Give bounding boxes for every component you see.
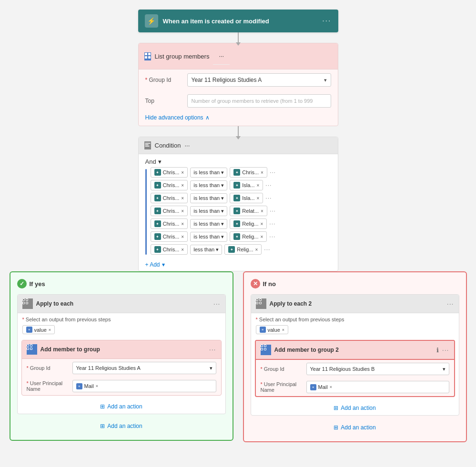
add-action-inside-yes[interactable]: ⊞ Add an action [18, 399, 225, 414]
list-group-header: List group members ··· [139, 43, 338, 70]
condition-row-more[interactable]: ··· [264, 246, 270, 253]
chip-close-right-icon[interactable]: × [257, 183, 260, 188]
add-member-group-input-no[interactable]: Year 11 Religious Studies B ▾ [306, 363, 449, 375]
apply-each-yes-header: Apply to each ··· [18, 295, 225, 313]
add-action-yes[interactable]: ⊞ Add an action [17, 419, 226, 433]
operator-select[interactable]: is less than ▾ [190, 193, 227, 203]
add-member-group-input-yes[interactable]: Year 11 Religious Studies A ▾ [72, 362, 216, 374]
condition-blue-line [145, 169, 147, 255]
condition-left-chip[interactable]: ✦ Chris... × [151, 231, 188, 242]
condition-title: Condition [155, 142, 181, 149]
chip-icon: ≡ [260, 327, 266, 333]
add-action-inside-no[interactable]: ⊞ Add an action [251, 401, 459, 415]
condition-row-more[interactable]: ··· [269, 233, 275, 240]
operator-select[interactable]: less than ▾ [190, 245, 222, 255]
condition-right-chip[interactable]: ✦ Relat... × [230, 206, 267, 216]
trigger-more-button[interactable]: ··· [322, 17, 331, 25]
add-member-user-input-no[interactable]: ≡ Mail × [306, 381, 449, 393]
chip-close-icon[interactable]: × [181, 196, 184, 201]
condition-left-chip[interactable]: ✦ Chris... × [151, 193, 188, 203]
condition-right-chip[interactable]: ✦ Isla... × [230, 193, 263, 203]
condition-row-more[interactable]: ··· [270, 169, 276, 176]
chip-close-mail[interactable]: × [96, 384, 98, 388]
add-member-user-input-yes[interactable]: ≡ Mail × [72, 380, 216, 392]
condition-row: ✦ Chris... × is less than ▾ ✦ Isla... × … [151, 193, 331, 203]
mail-chip-no[interactable]: ≡ Mail × [310, 384, 332, 390]
operator-select[interactable]: is less than ▾ [190, 232, 227, 242]
chip-close-icon[interactable]: × [181, 170, 184, 175]
condition-more-button[interactable]: ··· [184, 142, 190, 149]
condition-left-chip[interactable]: ✦ Chris... × [151, 244, 188, 255]
add-member-no-title: Add member to group 2 [274, 347, 433, 353]
condition-left-chip[interactable]: ✦ Chris... × [151, 219, 188, 229]
condition-row: ✦ Chris... × is less than ▾ ✦ Relig... ×… [151, 231, 331, 242]
add-action-no[interactable]: ⊞ Add an action [251, 420, 459, 435]
apply-each-yes-more[interactable]: ··· [213, 300, 221, 308]
add-member-user-row-no: * User Principal Name ≡ Mail × [256, 378, 454, 396]
chip-close-value-no[interactable]: × [282, 328, 284, 332]
condition-right-chip[interactable]: ✦ Relig... × [230, 231, 267, 242]
yes-check-icon: ✓ [17, 279, 27, 288]
chip-icon-right: ✦ [233, 169, 240, 176]
chip-close-right-icon[interactable]: × [260, 234, 263, 239]
select-output-label-no: * Select an output from previous steps [251, 313, 459, 323]
condition-row-more[interactable]: ··· [265, 182, 272, 189]
svg-rect-15 [259, 302, 261, 304]
hide-advanced-button[interactable]: Hide advanced options ∧ [139, 111, 338, 126]
chip-close-icon[interactable]: × [181, 221, 184, 227]
svg-rect-18 [261, 348, 263, 350]
add-member-yes-more[interactable]: ··· [209, 346, 216, 353]
operator-select[interactable]: is less than ▾ [190, 206, 227, 216]
operator-select[interactable]: is less than ▾ [190, 180, 227, 190]
chip-icon: ≡ [26, 327, 32, 333]
list-group-more-button[interactable]: ··· [213, 48, 230, 65]
condition-row-more[interactable]: ··· [269, 220, 275, 227]
operator-dropdown-icon: ▾ [221, 221, 224, 227]
svg-rect-13 [259, 299, 261, 301]
chip-close-right-icon[interactable]: × [255, 247, 258, 252]
apply-each-no-more[interactable]: ··· [447, 300, 454, 308]
condition-row-more[interactable]: ··· [265, 195, 272, 201]
if-no-label: If no [263, 280, 276, 288]
group-id-input[interactable]: Year 11 Religious Studies A ▾ [187, 73, 331, 87]
value-chip-no[interactable]: ≡ value × [256, 325, 289, 334]
add-condition-button[interactable]: + Add ▾ [139, 258, 338, 271]
top-input[interactable]: Number of group members to retrieve (fro… [187, 94, 331, 108]
conditions-list: ✦ Chris... × is less than ▾ ✦ Chris... ×… [151, 167, 331, 255]
condition-row: ✦ Chris... × is less than ▾ ✦ Chris... ×… [151, 167, 331, 178]
apply-each-no-card: Apply to each 2 ··· * Select an output f… [251, 294, 459, 416]
condition-left-chip[interactable]: ✦ Chris... × [151, 180, 188, 190]
add-member-group-id-row-no: * Group Id Year 11 Religious Studies B ▾ [256, 360, 454, 378]
chip-close-icon[interactable]: × [181, 183, 184, 188]
chip-close-icon[interactable]: × [181, 247, 184, 252]
chip-close-right-icon[interactable]: × [261, 170, 263, 175]
chip-close-right-icon[interactable]: × [260, 221, 263, 227]
add-member-no-more[interactable]: ··· [442, 346, 449, 354]
condition-right-chip[interactable]: ✦ Relig... × [230, 219, 267, 229]
condition-left-chip[interactable]: ✦ Chris... × [151, 167, 188, 178]
condition-row-more[interactable]: ··· [270, 208, 276, 214]
chip-close-right-icon[interactable]: × [261, 209, 263, 214]
mail-chip-yes[interactable]: ≡ Mail × [76, 383, 98, 389]
operator-select[interactable]: is less than ▾ [190, 219, 227, 229]
condition-right-chip[interactable]: ✦ Isla... × [230, 180, 263, 190]
chip-close-right-icon[interactable]: × [257, 196, 260, 201]
chip-close-value[interactable]: × [49, 328, 51, 332]
add-action-icon: ⊞ [100, 403, 105, 410]
operator-select[interactable]: is less than ▾ [190, 168, 227, 178]
operator-dropdown-icon: ▾ [221, 234, 224, 240]
chip-close-icon[interactable]: × [181, 234, 184, 239]
svg-rect-7 [26, 302, 28, 304]
condition-left-chip[interactable]: ✦ Chris... × [151, 206, 188, 216]
condition-right-chip[interactable]: ✦ Relig... × [224, 244, 262, 255]
value-chip-yes[interactable]: ≡ value × [22, 325, 55, 334]
condition-right-chip[interactable]: ✦ Chris... × [230, 167, 267, 178]
chip-close-mail-no[interactable]: × [330, 385, 332, 389]
add-action-icon: ⊞ [334, 405, 338, 411]
chip-icon: ✦ [154, 208, 161, 214]
operator-dropdown-icon: ▾ [221, 195, 224, 201]
svg-rect-16 [261, 345, 263, 347]
chip-icon-right: ✦ [233, 195, 240, 201]
chip-close-icon[interactable]: × [181, 209, 184, 214]
canvas: ⚡ When an item is created or modified ··… [0, 0, 476, 452]
